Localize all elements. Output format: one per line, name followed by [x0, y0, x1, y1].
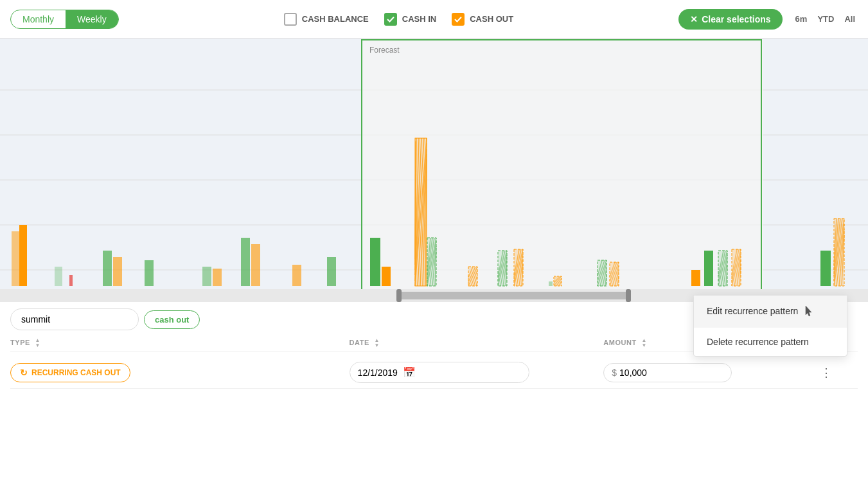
calendar-icon[interactable]: 📅	[403, 366, 416, 378]
time-range-group: 6m YTD All	[793, 13, 858, 25]
svg-rect-67	[549, 281, 553, 286]
cash-in-legend[interactable]: CASH IN	[384, 13, 436, 26]
svg-rect-18	[292, 265, 301, 286]
svg-rect-108	[820, 251, 831, 286]
cash-out-label: CASH OUT	[470, 14, 513, 24]
clear-selections-button[interactable]: ✕ Clear selections	[678, 9, 782, 30]
amount-sort-icon[interactable]: ▲▼	[641, 338, 646, 348]
svg-rect-16	[241, 238, 250, 286]
recurring-label: RECURRING CASH OUT	[31, 368, 121, 377]
scrollbar-handle-right[interactable]	[626, 289, 631, 302]
date-column-header: DATE ▲▼	[350, 338, 604, 348]
delete-recurrence-item[interactable]: Delete recurrence pattern	[694, 328, 847, 356]
svg-rect-13	[145, 260, 154, 286]
time-6m[interactable]: 6m	[793, 13, 810, 25]
chart-svg: SEP '19 OCT '19 NOV '19 DEC '19 Forecast	[0, 39, 868, 302]
type-sort-icon[interactable]: ▲▼	[35, 338, 40, 348]
amount-input[interactable]: $ 10,000	[603, 363, 732, 382]
date-sort-icon[interactable]: ▲▼	[375, 338, 380, 348]
svg-rect-90	[691, 270, 700, 286]
row-type-cell: ↻ RECURRING CASH OUT	[10, 363, 350, 382]
svg-rect-12	[113, 257, 122, 286]
context-menu: Edit recurrence pattern Delete recurrenc…	[693, 295, 847, 357]
search-input[interactable]	[10, 308, 139, 330]
cash-balance-legend[interactable]: CASH BALANCE	[284, 13, 369, 26]
svg-rect-7	[19, 225, 27, 286]
svg-text:Forecast: Forecast	[369, 46, 400, 55]
cash-in-label: CASH IN	[402, 14, 436, 24]
row-amount-cell: $ 10,000	[603, 363, 815, 382]
cash-out-checkbox[interactable]	[452, 13, 465, 26]
svg-rect-19	[327, 257, 336, 286]
svg-rect-21	[382, 267, 391, 286]
time-all[interactable]: All	[842, 13, 858, 25]
recurring-cash-out-badge: ↻ RECURRING CASH OUT	[10, 363, 130, 382]
chart-area: SEP '19 OCT '19 NOV '19 DEC '19 Forecast	[0, 39, 868, 302]
edit-recurrence-item[interactable]: Edit recurrence pattern	[694, 296, 847, 328]
bottom-section: cash out TYPE ▲▼ DATE ▲▼ AMOUNT ▲▼ ↻ REC…	[0, 302, 868, 395]
legend-group: CASH BALANCE CASH IN CASH OUT	[129, 13, 669, 26]
svg-rect-20	[370, 238, 380, 286]
row-date-cell: 12/1/2019 📅	[350, 362, 604, 383]
cash-balance-label: CASH BALANCE	[302, 14, 369, 24]
clear-selections-label: Clear selections	[702, 14, 770, 24]
svg-rect-91	[704, 251, 713, 286]
table-row: ↻ RECURRING CASH OUT 12/1/2019 📅 $ 10,00…	[10, 357, 858, 389]
svg-rect-15	[213, 269, 222, 286]
row-action-cell: ⋮	[815, 366, 858, 380]
clear-x-icon: ✕	[690, 14, 698, 24]
recurring-icon: ↻	[20, 368, 28, 378]
monthly-toggle[interactable]: Monthly	[11, 10, 66, 28]
date-value: 12/1/2019	[358, 368, 398, 378]
svg-rect-17	[251, 244, 260, 286]
dollar-sign: $	[612, 368, 617, 378]
svg-rect-9	[55, 267, 62, 286]
view-toggle: Monthly Weekly	[10, 10, 119, 29]
date-input[interactable]: 12/1/2019 📅	[350, 362, 529, 383]
cash-balance-checkbox[interactable]	[284, 13, 297, 26]
svg-rect-11	[103, 251, 112, 286]
amount-value: 10,000	[619, 368, 647, 378]
cash-in-checkbox[interactable]	[384, 13, 397, 26]
weekly-toggle[interactable]: Weekly	[66, 10, 118, 28]
scrollbar-handle-left[interactable]	[396, 289, 402, 302]
scrollbar-thumb[interactable]	[396, 292, 631, 299]
cursor-icon	[803, 305, 813, 319]
cash-out-filter-button[interactable]: cash out	[144, 310, 200, 329]
svg-rect-8	[12, 231, 19, 286]
cash-out-legend[interactable]: CASH OUT	[452, 13, 513, 26]
time-ytd[interactable]: YTD	[815, 13, 837, 25]
svg-rect-10	[69, 275, 73, 286]
top-bar: Monthly Weekly CASH BALANCE CASH IN CASH…	[0, 0, 868, 39]
type-column-header: TYPE ▲▼	[10, 338, 350, 348]
svg-rect-14	[202, 267, 211, 286]
row-menu-button[interactable]: ⋮	[815, 364, 837, 382]
